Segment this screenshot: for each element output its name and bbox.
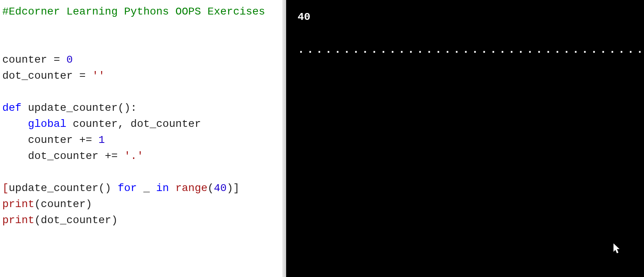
code-builtin: range (175, 182, 208, 194)
code-editor-pane[interactable]: #Edcorner Learning Pythons OOPS Exercise… (0, 0, 282, 277)
code-punct: () (98, 182, 111, 194)
code-indent (2, 150, 28, 162)
code-number: 0 (66, 54, 73, 66)
code-keyword: in (150, 182, 175, 194)
code-punct: ( (34, 214, 41, 226)
code-comment: #Edcorner Learning Pythons OOPS Exercise… (2, 6, 265, 18)
code-keyword: global (28, 118, 66, 130)
terminal-output-pane[interactable]: 40 .....................................… (286, 0, 644, 277)
output-line: 40 (298, 11, 311, 23)
code-punct: ( (208, 182, 214, 194)
code-identifier: counter (28, 134, 73, 146)
mouse-cursor-icon (613, 243, 621, 254)
pane-divider[interactable] (282, 0, 286, 277)
code-punct: ) (85, 198, 92, 210)
code-identifier: dot_counter (41, 214, 111, 226)
code-identifier: dot_counter (2, 70, 73, 82)
code-indent (2, 134, 28, 146)
code-function-name: update_counter (28, 102, 118, 114)
code-builtin: print (2, 214, 34, 226)
code-identifier: counter (2, 54, 47, 66)
code-string: '' (92, 70, 105, 82)
code-identifier: counter (41, 198, 86, 210)
code-number: 40 (214, 182, 227, 194)
code-punct: ) (111, 214, 118, 226)
code-indent (2, 118, 28, 130)
code-space (21, 102, 28, 114)
code-operator: = (47, 54, 66, 66)
code-operator: = (73, 70, 92, 82)
code-bracket: [ (2, 182, 9, 194)
code-keyword: for (111, 182, 143, 194)
code-identifier: _ (143, 182, 150, 194)
code-identifier: update_counter (9, 182, 98, 194)
code-operator: += (98, 150, 124, 162)
code-identifier: dot_counter (28, 150, 98, 162)
code-punct: (): (118, 102, 137, 114)
code-punct: ( (34, 198, 41, 210)
code-number: 1 (98, 134, 105, 146)
code-builtin: print (2, 198, 34, 210)
code-keyword: def (2, 102, 21, 114)
code-string: '.' (124, 150, 143, 162)
code-identifier: counter, dot_counter (66, 118, 201, 130)
output-line: ........................................ (298, 43, 644, 56)
code-operator: += (73, 134, 98, 146)
code-punct: )] (227, 182, 240, 194)
